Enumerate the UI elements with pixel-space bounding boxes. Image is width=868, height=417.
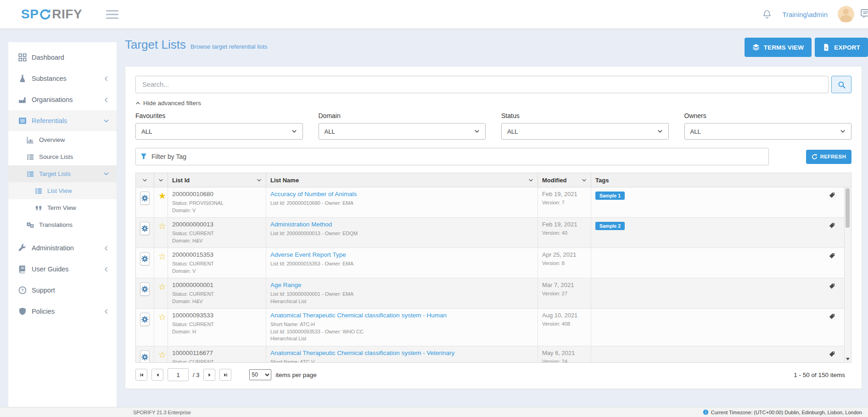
tag-icon[interactable] (829, 192, 835, 199)
cell-modified: Aug 10, 2021 Version: 408 (538, 309, 591, 346)
list-name-link[interactable]: Age Range (270, 282, 533, 288)
row-settings-button[interactable] (140, 192, 150, 205)
list-name-link[interactable]: Anatomical Therapeutic Chemical classifi… (270, 312, 533, 319)
first-page-icon (139, 372, 144, 378)
last-page-button[interactable] (219, 369, 231, 381)
tag-icon[interactable] (829, 283, 835, 290)
info-icon (703, 409, 709, 415)
filter-by-tag-input[interactable] (135, 148, 769, 165)
search-row (135, 76, 851, 93)
column-header-favourite[interactable] (154, 173, 168, 187)
advanced-filters: Favourites ALL Domain ALL Status ALL Own… (135, 112, 851, 140)
sidebar-item-label: Substances (32, 75, 67, 82)
page-number-input[interactable] (168, 368, 189, 381)
table-row: ☆ 100000116677 Status: CURRENT Domain: V… (136, 346, 845, 363)
list-name-link[interactable]: Accuracy of Number of Animals (270, 191, 533, 197)
status-select[interactable]: ALL (501, 123, 669, 140)
favourite-star-icon[interactable]: ☆ (158, 313, 166, 321)
scroll-down-arrow-icon[interactable] (846, 358, 850, 361)
column-header-list-id[interactable]: List Id (168, 173, 266, 187)
sidebar-item-overview[interactable]: Overview (8, 131, 117, 148)
table-scrollbar[interactable] (844, 187, 851, 362)
list-name-link[interactable]: Anatomical Therapeutic Chemical classifi… (270, 349, 533, 356)
next-page-button[interactable] (203, 369, 215, 381)
list-detail: Hierarchical List (270, 298, 533, 305)
chevron-down-icon (103, 171, 109, 177)
cell-tags (591, 309, 845, 346)
filter-column: Status ALL (501, 112, 669, 140)
column-header-actions[interactable] (136, 173, 154, 187)
favourite-star-icon[interactable]: ☆ (158, 252, 166, 261)
sidebar-item-term-view[interactable]: Term View (8, 199, 117, 216)
filter-label: Favourites (135, 112, 303, 119)
sidebar-item-organisations[interactable]: Organisations (8, 89, 117, 110)
first-page-button[interactable] (135, 369, 147, 381)
export-button[interactable]: x EXPORT (815, 38, 868, 57)
owners-select[interactable]: ALL (684, 123, 852, 140)
sidebar-item-user-guides[interactable]: User Guides (8, 259, 117, 280)
main-content: Target Lists Browse target referential l… (125, 28, 868, 407)
tag-icon[interactable] (829, 253, 835, 259)
list-alt-icon (18, 117, 27, 125)
search-button[interactable] (831, 76, 851, 93)
sidebar-item-source-lists[interactable]: Source Lists (8, 148, 117, 165)
sidebar-item-dashboard[interactable]: Dashboard (8, 47, 117, 68)
cell-modified: Mar 7, 2021 Version: 27 (538, 278, 591, 308)
tag-icon[interactable] (829, 313, 835, 320)
domain-select[interactable]: ALL (319, 123, 486, 140)
sidebar-item-administration[interactable]: Administration (8, 237, 117, 259)
list-domain: Domain: H&V (172, 237, 262, 245)
search-input[interactable] (135, 76, 829, 93)
row-settings-button[interactable] (140, 222, 150, 235)
hide-advanced-filters-toggle[interactable]: Hide advanced filters (135, 100, 851, 107)
sidebar-item-support[interactable]: ? Support (8, 280, 117, 301)
cell-modified: Apr 25, 2021 Version: 8 (538, 248, 591, 278)
items-per-page-label: items per page (275, 372, 316, 378)
table-scrollbar-thumb[interactable] (846, 188, 850, 228)
app-logo[interactable]: SP RIFY (21, 7, 82, 22)
total-pages-label: / 3 (193, 372, 199, 378)
cell-actions (136, 346, 154, 363)
list-name-link[interactable]: Administration Method (270, 221, 533, 228)
sidebar-nav: Dashboard Substances Organisations Refer… (8, 42, 117, 322)
sidebar-item-translations[interactable]: A★ Translations (8, 216, 117, 233)
svg-text:?: ? (21, 287, 24, 293)
sidebar-item-referentials[interactable]: Referentials (8, 110, 117, 131)
sidebar-item-target-lists[interactable]: Target Lists (8, 165, 117, 182)
tag-icon[interactable] (829, 351, 835, 358)
user-menu[interactable]: Training\admin (782, 11, 828, 18)
svg-text:A: A (28, 223, 30, 226)
chevron-up-icon (135, 101, 140, 106)
list-name-link[interactable]: Adverse Event Report Type (270, 251, 533, 258)
favourite-star-icon[interactable]: ☆ (158, 222, 166, 231)
sidebar-toggle-hamburger-icon[interactable] (106, 10, 118, 19)
prev-page-button[interactable] (151, 369, 163, 381)
refresh-button[interactable]: REFRESH (806, 150, 851, 164)
sidebar-item-policies[interactable]: Policies (8, 301, 117, 322)
prev-page-icon (155, 372, 160, 378)
list-detail: List Id: 100000000001 - Owner: EMA (270, 291, 533, 298)
user-avatar[interactable] (838, 6, 854, 23)
favourites-select[interactable]: ALL (135, 123, 303, 140)
row-settings-button[interactable] (140, 313, 150, 326)
favourite-star-icon[interactable]: ★ (158, 192, 166, 200)
favourite-star-icon[interactable]: ☆ (158, 282, 166, 291)
row-settings-button[interactable] (140, 350, 150, 363)
terms-view-button[interactable]: TERMS VIEW (745, 38, 812, 57)
filter-label: Domain (319, 112, 486, 119)
chat-bubble-icon[interactable] (861, 8, 868, 19)
sidebar-item-list-view[interactable]: List View (8, 182, 117, 199)
row-settings-button[interactable] (140, 282, 150, 296)
items-per-page-select[interactable]: 50 (249, 369, 271, 380)
favourite-star-icon[interactable]: ☆ (158, 350, 166, 359)
sidebar-item-label: Overview (39, 136, 65, 143)
notifications-bell-icon[interactable] (762, 9, 772, 19)
tag-icon[interactable] (829, 222, 835, 229)
column-header-tags[interactable]: Tags (591, 173, 845, 187)
chevron-down-icon (142, 178, 147, 183)
row-settings-button[interactable] (140, 252, 150, 265)
column-header-list-name[interactable]: List Name (266, 173, 538, 187)
column-header-modified[interactable]: Modified (538, 173, 591, 187)
list-id-value: 100000093533 (172, 312, 262, 319)
sidebar-item-substances[interactable]: Substances (8, 68, 117, 89)
